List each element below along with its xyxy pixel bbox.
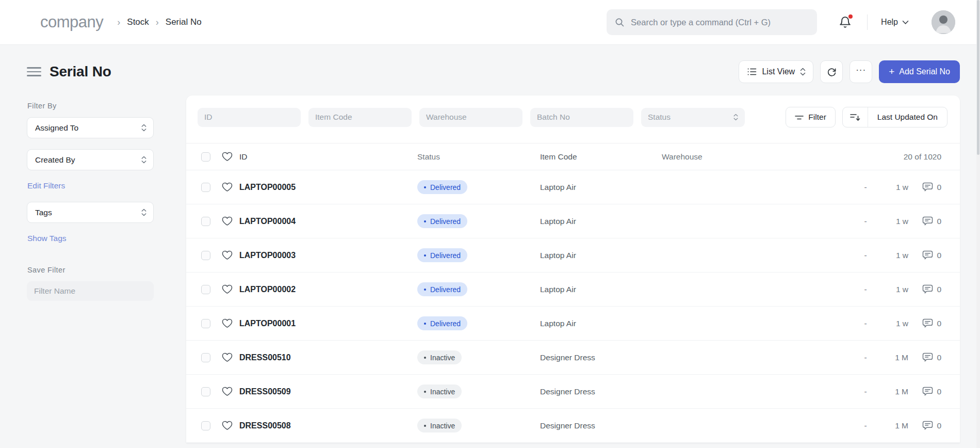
table-row[interactable]: DRESS00508 Inactive Designer Dress - 1 M… <box>186 409 960 443</box>
status-dot-icon <box>424 220 426 222</box>
refresh-button[interactable] <box>820 60 843 83</box>
add-serial-no-button[interactable]: + Add Serial No <box>879 60 960 83</box>
comment-icon <box>922 182 933 192</box>
status-dot-icon <box>424 323 426 325</box>
sidebar-toggle-button[interactable] <box>27 66 41 78</box>
warehouse-filter-input[interactable] <box>419 108 522 127</box>
status-badge: Delivered <box>417 282 467 296</box>
row-id-link[interactable]: LAPTOP00005 <box>239 183 417 192</box>
scrollbar-thumb[interactable] <box>977 0 979 155</box>
row-checkbox[interactable] <box>201 183 210 192</box>
row-last-modified: 1 M <box>873 387 908 396</box>
table-row[interactable]: LAPTOP00002 Delivered Laptop Air - 1 w 0 <box>186 273 960 307</box>
sort-button[interactable]: Last Updated On <box>842 107 948 127</box>
table-row[interactable]: LAPTOP00004 Delivered Laptop Air - 1 w 0 <box>186 204 960 238</box>
edit-filters-link[interactable]: Edit Filters <box>27 181 65 190</box>
user-avatar[interactable] <box>932 10 955 34</box>
assigned-to-label: Assigned To <box>35 123 78 133</box>
column-header-status[interactable]: Status <box>417 152 540 162</box>
row-id-link[interactable]: LAPTOP00003 <box>239 251 417 260</box>
list-view-icon <box>747 68 757 76</box>
row-checkbox[interactable] <box>201 251 210 260</box>
like-heart-icon[interactable] <box>222 216 233 226</box>
status-badge: Inactive <box>417 350 462 364</box>
table-row[interactable]: LAPTOP00003 Delivered Laptop Air - 1 w 0 <box>186 238 960 273</box>
id-filter-input[interactable] <box>198 108 301 127</box>
like-heart-icon[interactable] <box>222 421 233 430</box>
batch-no-filter-input[interactable] <box>530 108 633 127</box>
row-id-link[interactable]: DRESS00509 <box>239 387 417 396</box>
filter-by-label: Filter By <box>27 102 154 110</box>
chevron-right-icon: › <box>117 17 120 28</box>
comment-count: 0 <box>937 319 941 328</box>
comment-icon <box>922 284 933 294</box>
like-heart-icon[interactable] <box>222 353 233 362</box>
row-last-modified: 1 M <box>873 353 908 362</box>
row-checkbox[interactable] <box>201 285 210 294</box>
comment-icon <box>922 216 933 226</box>
row-assigned: - <box>858 217 873 226</box>
page-head: Serial No List View <box>0 45 980 95</box>
like-heart-icon[interactable] <box>222 182 233 192</box>
tags-label: Tags <box>35 208 52 217</box>
view-switcher-button[interactable]: List View <box>739 60 813 83</box>
notifications-button[interactable] <box>839 16 852 29</box>
show-tags-link[interactable]: Show Tags <box>27 234 67 243</box>
breadcrumb-stock[interactable]: Stock <box>127 17 149 27</box>
page-scrollbar[interactable] <box>976 0 980 448</box>
like-filter-heart-icon[interactable] <box>222 152 233 162</box>
filter-button-label: Filter <box>808 113 826 122</box>
app-logo[interactable]: company <box>40 13 103 31</box>
record-count[interactable]: 20 of 1020 <box>858 152 948 162</box>
breadcrumb-serial-no[interactable]: Serial No <box>166 17 202 27</box>
table-row[interactable]: DRESS00510 Inactive Designer Dress - 1 M… <box>186 341 960 375</box>
help-menu[interactable]: Help <box>881 18 909 27</box>
row-checkbox[interactable] <box>201 421 210 430</box>
status-label: Delivered <box>430 183 461 191</box>
tags-select[interactable]: Tags <box>27 202 154 223</box>
comment-icon <box>922 318 933 328</box>
filter-name-input[interactable] <box>27 281 154 301</box>
table-row[interactable]: DRESS00509 Inactive Designer Dress - 1 M… <box>186 375 960 409</box>
row-item-code: Laptop Air <box>540 217 662 226</box>
table-row[interactable]: LAPTOP00005 Delivered Laptop Air - 1 w 0 <box>186 170 960 204</box>
status-dot-icon <box>424 289 426 291</box>
row-item-code: Laptop Air <box>540 285 662 294</box>
status-dot-icon <box>424 186 426 188</box>
row-checkbox[interactable] <box>201 387 210 396</box>
row-checkbox[interactable] <box>201 319 210 328</box>
like-heart-icon[interactable] <box>222 250 233 260</box>
row-id-link[interactable]: LAPTOP00004 <box>239 217 417 226</box>
comment-count: 0 <box>937 183 941 192</box>
filter-button[interactable]: Filter <box>786 107 835 127</box>
filter-lines-icon <box>795 114 804 121</box>
item-code-filter-input[interactable] <box>308 108 412 127</box>
status-dot-icon <box>424 357 426 359</box>
column-header-id[interactable]: ID <box>239 152 417 162</box>
status-filter-select[interactable]: Status <box>641 108 745 127</box>
row-last-modified: 1 w <box>873 319 908 328</box>
select-all-checkbox[interactable] <box>201 152 210 162</box>
row-id-link[interactable]: LAPTOP00002 <box>239 285 417 294</box>
column-header-item-code[interactable]: Item Code <box>540 152 662 162</box>
row-checkbox[interactable] <box>201 217 210 226</box>
like-heart-icon[interactable] <box>222 284 233 294</box>
menu-ellipsis-button[interactable]: ··· <box>850 60 872 83</box>
status-label: Inactive <box>430 388 455 396</box>
row-id-link[interactable]: DRESS00508 <box>239 421 417 430</box>
assigned-to-select[interactable]: Assigned To <box>27 117 154 138</box>
global-search-input[interactable]: Search or type a command (Ctrl + G) <box>607 9 817 35</box>
status-filter-placeholder: Status <box>648 113 671 122</box>
created-by-select[interactable]: Created By <box>27 149 154 170</box>
table-row[interactable]: LAPTOP00001 Delivered Laptop Air - 1 w 0 <box>186 307 960 341</box>
like-heart-icon[interactable] <box>222 387 233 396</box>
like-heart-icon[interactable] <box>222 318 233 328</box>
row-id-link[interactable]: LAPTOP00001 <box>239 319 417 328</box>
row-checkbox[interactable] <box>201 353 210 362</box>
row-id-link[interactable]: DRESS00510 <box>239 353 417 362</box>
comment-count: 0 <box>937 251 941 260</box>
comment-icon <box>922 421 933 430</box>
row-assigned: - <box>858 285 873 294</box>
status-badge: Delivered <box>417 316 467 330</box>
column-header-warehouse[interactable]: Warehouse <box>662 152 858 162</box>
